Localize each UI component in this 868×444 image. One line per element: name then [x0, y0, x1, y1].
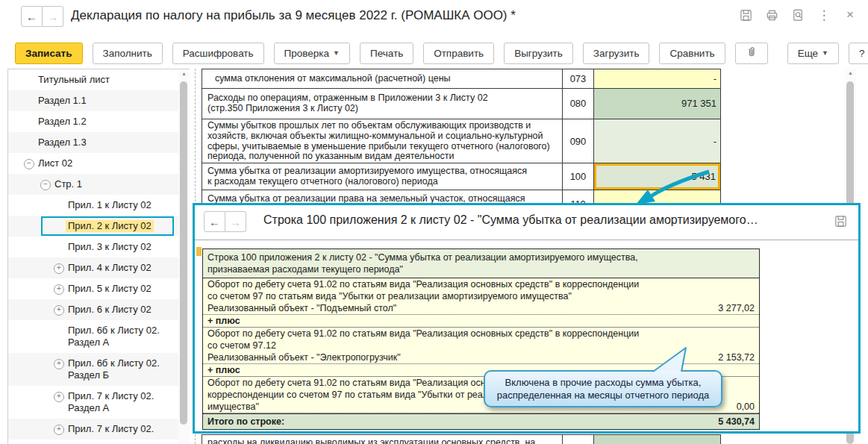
sidebar-item[interactable]: Титульный лист [8, 69, 178, 90]
back-button[interactable]: ← [21, 6, 43, 27]
toolbar-button[interactable]: Проверка▼ [274, 43, 350, 64]
more-button[interactable]: Еще ▼ [787, 43, 839, 64]
expand-icon[interactable]: + [54, 425, 64, 435]
sidebar-item[interactable]: Прил. 2 к Листу 02 [8, 216, 178, 237]
toolbar-button-label: Печать [370, 48, 403, 59]
sidebar-scrollbar[interactable]: ▲ [178, 69, 190, 444]
scrollbar-thumb[interactable] [180, 81, 187, 425]
detail-text: Реализованный объект - "Подъемный стол" [207, 302, 396, 314]
table-row: сумма отклонения от максимальной (расчет… [202, 69, 721, 89]
app-window: ← → Декларация по налогу на прибыль за 9… [0, 0, 868, 444]
sidebar-item[interactable]: Раздел 1.2 [8, 111, 178, 132]
sidebar-item-label: Прил. 4 к Листу 02 [68, 262, 152, 274]
row-code: 090 [563, 119, 594, 163]
toolbar-button[interactable]: Сравнить [659, 43, 725, 64]
sidebar-item[interactable]: +Прил. 7 к Листу 02. [8, 419, 178, 440]
partial-bottom-row: расходы на ликвидацию выводимых из экспл… [202, 434, 721, 444]
sidebar-item[interactable]: Прил. 1 к Листу 02 [8, 195, 178, 216]
plus-row: + плюс [203, 315, 759, 328]
collapse-icon[interactable]: − [24, 159, 34, 169]
chevron-down-icon: ▼ [822, 49, 828, 57]
scroll-up-icon[interactable]: ▲ [178, 71, 190, 76]
popup-forward-button[interactable]: → [225, 211, 246, 232]
expand-icon[interactable]: + [54, 359, 64, 369]
sidebar-item-label: Прил. 1 к Листу 02 [68, 199, 152, 211]
row-label: Расходы по операциям, отраженным в Прило… [202, 89, 563, 119]
sidebar-item-label: Прил. 2 к Листу 02 [66, 220, 154, 232]
detail-value: 3 277,02 [712, 302, 755, 314]
row-value[interactable]: - [594, 119, 720, 163]
toolbar-button-label: Сравнить [669, 48, 714, 59]
preview-icon[interactable] [790, 7, 805, 22]
sidebar-item[interactable]: −Лист 02 [8, 153, 178, 174]
history-nav: ← → [21, 6, 63, 27]
toolbar-button[interactable]: Расшифровать [172, 43, 264, 64]
detail-line: Реализованный объект - "Подъемный стол"3… [203, 302, 759, 315]
sidebar-item-label: Раздел 1.2 [38, 116, 87, 128]
sidebar-item-label: Раздел 1.3 [38, 137, 87, 148]
toolbar-button[interactable]: Печать [360, 43, 413, 64]
sidebar-item-label: Титульный лист [38, 74, 110, 86]
expand-icon[interactable]: + [54, 392, 64, 402]
sections-tree: Титульный листРаздел 1.1Раздел 1.2Раздел… [8, 69, 178, 440]
row-value[interactable]: - [594, 69, 720, 88]
sidebar-item-label: Прил. 6б к Листу 02. Раздел А [68, 325, 160, 348]
row-label: Суммы убытков прошлых лет по объектам об… [202, 119, 563, 163]
sidebar-item[interactable]: Раздел 1.1 [8, 90, 178, 111]
detail-text: имущества" [207, 401, 259, 413]
collapse-icon[interactable]: − [40, 180, 51, 190]
sidebar-item-label: Стр. 1 [54, 178, 82, 190]
expand-icon[interactable]: + [54, 284, 64, 295]
toolbar-button-label: Проверка [284, 48, 329, 59]
toolbar-button-label: Отправить [434, 48, 484, 59]
print-icon[interactable] [764, 7, 779, 22]
row-value[interactable] [594, 435, 720, 444]
sidebar-item[interactable]: −Стр. 1 [8, 174, 178, 195]
row-value[interactable]: 971 351 [594, 89, 720, 119]
total-value: 5 430,74 [718, 416, 755, 428]
total-label: Итого по строке: [207, 416, 284, 428]
detail-text: Реализованный объект - "Электропогрузчик… [207, 351, 401, 363]
table-row: расходы на ликвидацию выводимых из экспл… [202, 434, 721, 444]
save-button[interactable]: Записать [15, 43, 83, 64]
sidebar-item[interactable]: +Прил. 6 к Листу 02 [8, 299, 178, 320]
detail-value: 0,00 [731, 401, 755, 413]
toolbar-button[interactable]: Отправить [423, 43, 494, 64]
popup-save-icon[interactable] [833, 213, 848, 228]
toolbar-button[interactable]: Загрузить [583, 43, 650, 64]
sidebar-item[interactable]: +Прил. 6б к Листу 02. Раздел Б [8, 353, 178, 386]
save-icon[interactable] [738, 7, 753, 22]
toolbar-button-label: Записать [25, 48, 72, 59]
sidebar-item[interactable]: Прил. 3 к Листу 02 [8, 237, 178, 257]
popup-back-button[interactable]: ← [204, 211, 225, 232]
more-icon[interactable]: ⋮ [817, 7, 831, 22]
sidebar-item-label: Прил. 7 к Листу 02. Раздел А [68, 390, 154, 414]
sidebar-item[interactable]: Прил. 6б к Листу 02. Раздел А [8, 320, 178, 353]
toolbar-button[interactable]: Заполнить [93, 43, 163, 64]
group-marker[interactable] [196, 247, 202, 256]
close-icon[interactable]: × [843, 7, 858, 22]
scroll-up-icon[interactable]: ▲ [845, 70, 856, 75]
expand-icon[interactable]: + [54, 305, 64, 316]
row-code: 080 [563, 89, 594, 119]
row-label: расходы на ликвидацию выводимых из экспл… [202, 435, 563, 444]
sidebar-item-label: Лист 02 [38, 157, 72, 169]
attach-button[interactable] [735, 43, 768, 64]
total-row: Итого по строке: 5 430,74 [203, 413, 759, 429]
forward-button[interactable]: → [43, 6, 63, 27]
sidebar-item[interactable]: +Прил. 7 к Листу 02. Раздел А [8, 386, 178, 419]
sidebar-item-label: Прил. 7 к Листу 02. [68, 423, 154, 435]
sidebar-item[interactable]: +Прил. 4 к Листу 02 [8, 257, 178, 278]
detail-line: Оборот по дебету счета 91.02 по статьям … [203, 278, 759, 290]
toolbar-button[interactable]: Выгрузить [504, 43, 573, 64]
sidebar-item[interactable]: +Прил. 5 к Листу 02 [8, 278, 178, 299]
detail-line: Оборот по дебету счета 91.02 по статьям … [203, 328, 759, 340]
popup-history-nav: ← → [204, 211, 246, 232]
popup-title: Строка 100 приложения 2 к листу 02 - "Су… [263, 213, 821, 227]
toolbar-button-label: Выгрузить [514, 48, 563, 59]
sidebar-item[interactable]: Раздел 1.3 [8, 132, 178, 153]
expand-icon[interactable]: + [54, 263, 64, 274]
help-button[interactable]: ? [849, 43, 868, 64]
hint-bubble-tail [643, 345, 695, 372]
row-code [563, 435, 594, 444]
